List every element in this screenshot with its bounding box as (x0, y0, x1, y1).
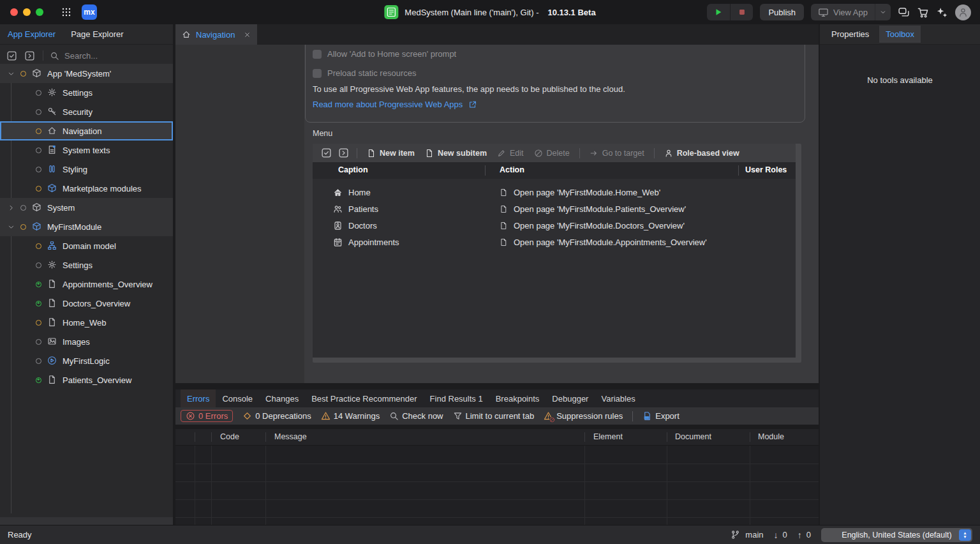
zoom-window-button[interactable] (36, 8, 43, 16)
warnings-filter[interactable]: 14 Warnings (321, 411, 380, 421)
errors-filter-bar: 0 Errors 0 Deprecations 14 Warnings Chec… (175, 407, 819, 425)
dock-tab-debugger[interactable]: Debugger (546, 389, 595, 407)
new-item-button[interactable]: New item (362, 149, 420, 158)
outgoing-count: 0 (806, 530, 811, 540)
minimize-window-button[interactable] (23, 8, 31, 16)
user-avatar[interactable] (955, 4, 971, 20)
dock-tab-errors[interactable]: Errors (181, 389, 216, 407)
document-tabbar: Navigation (175, 24, 819, 45)
marketplace-icon[interactable] (917, 6, 929, 19)
run-button[interactable] (707, 4, 730, 20)
menu-row-appointments[interactable]: AppointmentsOpen page 'MyFirstModule.App… (313, 234, 796, 250)
tree-item-navigation[interactable]: Navigation (0, 121, 173, 140)
tree-item-myfirstmodule[interactable]: MyFirstModule (0, 217, 173, 236)
role-based-view-button[interactable]: Role-based view (659, 149, 745, 158)
tree-item-system-texts[interactable]: System texts (0, 140, 173, 160)
tree-item-settings[interactable]: Settings (0, 255, 173, 275)
tree-item-label: Settings (63, 88, 93, 98)
tree-item-app-medsystem[interactable]: App 'MedSystem' (0, 64, 173, 83)
status-dot-mod (33, 243, 43, 249)
suppression-rules-button[interactable]: Suppression rules (544, 411, 623, 421)
dock-tab-changes[interactable]: Changes (259, 389, 305, 407)
menu-sync-icon[interactable] (321, 147, 332, 158)
tab-navigation-document[interactable]: Navigation (175, 24, 257, 45)
deprecations-filter[interactable]: 0 Deprecations (242, 411, 311, 421)
tab-toolbox[interactable]: Toolbox (879, 26, 921, 43)
check-now-icon (389, 411, 399, 421)
publish-button[interactable]: Publish (760, 4, 804, 20)
app-grid-icon[interactable] (61, 7, 71, 17)
search-input[interactable] (64, 51, 154, 61)
ai-assistant-icon[interactable] (936, 6, 948, 19)
tree-item-label: App 'MedSystem' (47, 69, 111, 79)
mendix-logo[interactable]: mx (82, 4, 97, 20)
menu-collapse-icon[interactable] (338, 147, 349, 158)
new-subitem-button[interactable]: New subitem (420, 149, 492, 158)
tree-item-images[interactable]: Images (0, 332, 173, 351)
allow-home-screen-label: Allow 'Add to Home screen' prompt (327, 49, 456, 59)
chevron-down-icon[interactable] (4, 223, 18, 230)
view-app-button[interactable]: View App (811, 7, 875, 18)
toolbar-item-label: New item (380, 149, 415, 158)
tree-item-marketplace-modules[interactable]: Marketplace modules (0, 179, 173, 198)
person-icon (664, 149, 673, 158)
git-branch-button[interactable]: main (731, 530, 763, 540)
chevron-right-icon[interactable] (4, 204, 18, 211)
tree-item-appointments-overview[interactable]: Appointments_Overview (0, 275, 173, 294)
close-tab-icon[interactable] (244, 31, 251, 38)
check-now-button[interactable]: Check now (389, 411, 443, 421)
close-window-button[interactable] (10, 8, 18, 16)
preload-resources-checkbox[interactable] (313, 69, 322, 78)
menu-section-label: Menu (313, 129, 332, 138)
dock-tab-find-results-1[interactable]: Find Results 1 (424, 389, 489, 407)
menu-column-action: Action (500, 165, 524, 174)
dock-tab-breakpoints[interactable]: Breakpoints (489, 389, 546, 407)
feedback-icon[interactable] (898, 6, 910, 19)
page-icon (500, 222, 508, 230)
tab-app-explorer[interactable]: App Explorer (8, 29, 56, 39)
status-dot-mod (33, 128, 43, 134)
tab-properties[interactable]: Properties (825, 26, 875, 43)
page-icon (500, 205, 508, 213)
pwa-read-more-link[interactable]: Read more about Progressive Web Apps (313, 100, 477, 109)
tab-page-explorer[interactable]: Page Explorer (71, 29, 123, 39)
go-to-target-button[interactable]: Go to target (584, 149, 650, 158)
tree-item-home-web[interactable]: Home_Web (0, 313, 173, 332)
menu-grid-body: HomeOpen page 'MyFirstModule.Home_Web'Pa… (313, 179, 796, 358)
arrow-up-icon: ↑ (798, 530, 802, 540)
view-app-dropdown-button[interactable] (875, 4, 891, 20)
dock-tab-variables[interactable]: Variables (595, 389, 641, 407)
collapse-tree-icon[interactable] (24, 50, 35, 61)
dock-tab-best-practice-recommender[interactable]: Best Practice Recommender (305, 389, 423, 407)
tree-item-system[interactable]: System (0, 198, 173, 217)
menu-row-patients[interactable]: PatientsOpen page 'MyFirstModule.Patient… (313, 200, 796, 217)
edit-button[interactable]: Edit (492, 149, 529, 158)
tree-item-patients-overview[interactable]: Patients_Overview (0, 370, 173, 389)
language-selector[interactable]: English, United States (default) ▲▼ (821, 528, 972, 542)
tree-item-domain-model[interactable]: Domain model (0, 236, 173, 255)
goto-icon (590, 149, 598, 158)
tree-horizontal-scrollbar[interactable] (0, 517, 173, 525)
sync-selection-icon[interactable] (6, 50, 17, 61)
tree-item-label: System texts (63, 146, 110, 155)
page-icon (47, 298, 57, 308)
export-button[interactable]: Export (642, 411, 679, 421)
menu-row-doctors[interactable]: DoctorsOpen page 'MyFirstModule.Doctors_… (313, 217, 796, 234)
outgoing-commits[interactable]: ↑ 0 (798, 530, 811, 540)
tree-item-styling[interactable]: Styling (0, 160, 173, 179)
errors-count-filter[interactable]: 0 Errors (181, 410, 233, 422)
allow-home-screen-checkbox[interactable] (313, 50, 322, 59)
tree-item-doctors-overview[interactable]: Doctors_Overview (0, 294, 173, 313)
chevron-down-icon[interactable] (4, 70, 18, 77)
delete-button[interactable]: Delete (529, 149, 575, 158)
menu-row-home[interactable]: HomeOpen page 'MyFirstModule.Home_Web' (313, 184, 796, 200)
tree-item-settings[interactable]: Settings (0, 83, 173, 102)
tree-item-security[interactable]: Security (0, 102, 173, 121)
dock-tab-console[interactable]: Console (216, 389, 259, 407)
incoming-commits[interactable]: ↓ 0 (774, 530, 787, 540)
stop-button[interactable] (730, 4, 753, 20)
external-link-icon (468, 100, 477, 109)
limit-to-tab-toggle[interactable]: Limit to current tab (453, 411, 535, 421)
explorer-tabs: App Explorer Page Explorer (0, 24, 173, 45)
tree-item-myfirstlogic[interactable]: MyFirstLogic (0, 351, 173, 370)
